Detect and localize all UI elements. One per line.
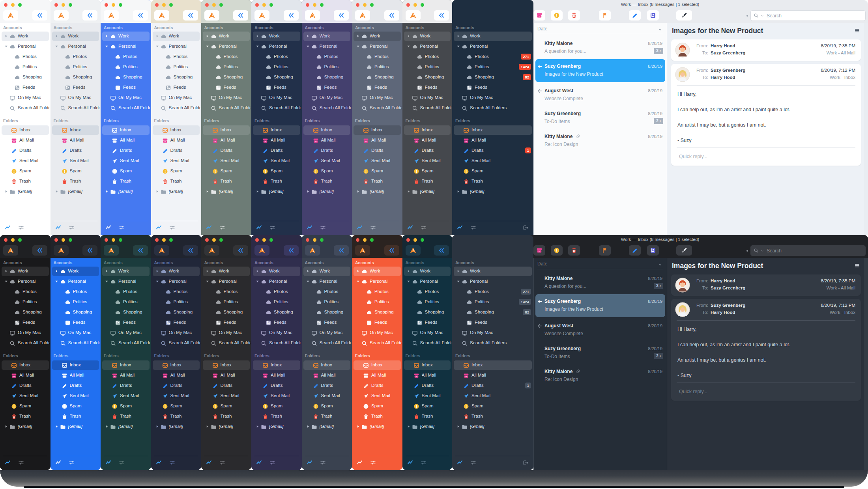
- account-item-shopping[interactable]: Shopping: [0, 308, 51, 317]
- folder-item-trash[interactable]: Trash: [302, 177, 352, 186]
- traffic-light-green[interactable]: [421, 238, 424, 242]
- folder-item-drafts[interactable]: Drafts: [151, 381, 201, 390]
- filter-icon[interactable]: [370, 460, 376, 466]
- filter-icon[interactable]: [69, 225, 75, 231]
- account-item-photos[interactable]: Photos: [201, 52, 252, 62]
- folder-item--gmail-[interactable]: [Gmail]: [51, 187, 101, 196]
- airmail-logo-button[interactable]: [154, 245, 169, 256]
- account-item-on-my-mac[interactable]: On My Mac: [302, 93, 352, 103]
- account-item-search-all-folders[interactable]: Search All Folders: [201, 103, 252, 113]
- folder-item-trash[interactable]: Trash: [201, 177, 252, 186]
- account-item-search-all-folders[interactable]: Search All Folders: [302, 338, 352, 348]
- folder-item-spam[interactable]: Spam: [402, 401, 453, 411]
- account-item-politics[interactable]: Politics: [201, 297, 252, 307]
- filter-icon[interactable]: [69, 460, 75, 466]
- account-item-on-my-mac[interactable]: On My Mac: [302, 328, 352, 338]
- folder-item-sent-mail[interactable]: Sent Mail: [151, 391, 201, 401]
- account-item-photos[interactable]: Photos: [352, 52, 402, 62]
- account-item-feeds[interactable]: Feeds: [201, 318, 252, 327]
- airmail-logo-button[interactable]: [154, 10, 169, 21]
- folder-item-sent-mail[interactable]: Sent Mail: [352, 156, 402, 166]
- account-item-search-all-folders[interactable]: Search All Folders: [352, 338, 402, 348]
- folder-item-spam[interactable]: Spam: [302, 401, 352, 411]
- account-item-politics[interactable]: Politics: [402, 297, 453, 307]
- flag-button[interactable]: [599, 10, 611, 21]
- account-item-work[interactable]: Work: [251, 32, 302, 41]
- account-item-photos[interactable]: Photos: [302, 287, 352, 297]
- account-item-photos[interactable]: Photos: [151, 52, 201, 62]
- traffic-light-red[interactable]: [4, 238, 7, 242]
- folder-item-sent-mail[interactable]: Sent Mail: [402, 156, 453, 166]
- traffic-light-yellow[interactable]: [212, 238, 216, 242]
- account-item-on-my-mac[interactable]: On My Mac: [0, 328, 51, 338]
- folder-item--gmail-[interactable]: [Gmail]: [51, 422, 101, 431]
- folder-item--gmail-[interactable]: [Gmail]: [402, 187, 453, 196]
- traffic-light-red[interactable]: [306, 238, 309, 242]
- account-item-search-all-folders[interactable]: Search All Folders: [452, 338, 533, 348]
- traffic-light-yellow[interactable]: [112, 3, 115, 7]
- collapse-panels-button[interactable]: [334, 245, 349, 256]
- account-item-work[interactable]: Work: [0, 32, 51, 41]
- account-item-search-all-folders[interactable]: Search All Folders: [452, 103, 533, 113]
- account-item-personal[interactable]: Personal: [251, 42, 302, 51]
- message-row[interactable]: August West8/20/19Website Complete: [533, 85, 667, 106]
- folder-item-trash[interactable]: Trash: [151, 177, 201, 186]
- account-item-search-all-folders[interactable]: Search All Folders: [251, 338, 302, 348]
- account-item-politics[interactable]: Politics: [0, 297, 51, 307]
- folder-item--gmail-[interactable]: [Gmail]: [201, 187, 252, 196]
- account-item-politics[interactable]: Politics: [201, 62, 252, 72]
- quick-reply-field[interactable]: Quick reply...: [679, 154, 707, 159]
- account-item-feeds[interactable]: Feeds: [0, 83, 51, 92]
- folder-item-inbox[interactable]: Inbox: [352, 125, 402, 135]
- traffic-light-green[interactable]: [169, 238, 173, 242]
- account-item-photos[interactable]: Photos: [352, 287, 402, 297]
- message-row[interactable]: Kitty Malone8/20/19Re: Icon Design: [533, 366, 667, 386]
- folder-item-sent-mail[interactable]: Sent Mail: [302, 391, 352, 401]
- activity-icon[interactable]: [55, 460, 61, 466]
- folder-item-drafts[interactable]: Drafts: [51, 381, 101, 390]
- folder-item-inbox[interactable]: Inbox: [201, 125, 252, 135]
- account-item-politics[interactable]: Politics: [302, 62, 352, 72]
- traffic-light-yellow[interactable]: [313, 238, 316, 242]
- filter-icon[interactable]: [219, 460, 225, 466]
- account-item-personal[interactable]: Personal: [201, 277, 252, 286]
- account-item-search-all-folders[interactable]: Search All Folders: [402, 103, 453, 113]
- account-item-search-all-folders[interactable]: Search All Folders: [51, 338, 101, 348]
- traffic-light-yellow[interactable]: [313, 3, 316, 7]
- collapse-panels-button[interactable]: [233, 10, 248, 21]
- account-item-personal[interactable]: Personal: [302, 42, 352, 51]
- folder-item-trash[interactable]: Trash: [201, 412, 252, 421]
- folder-item-all-mail[interactable]: All Mail: [51, 371, 101, 380]
- delete-button[interactable]: [568, 245, 580, 256]
- account-item-search-all-folders[interactable]: Search All Folders: [352, 103, 402, 113]
- airmail-logo-button[interactable]: [54, 245, 69, 256]
- airmail-logo-button[interactable]: [355, 245, 370, 256]
- folder-item-trash[interactable]: Trash: [101, 412, 151, 421]
- account-item-politics[interactable]: Politics: [51, 62, 101, 72]
- account-item-photos[interactable]: Photos: [51, 287, 101, 297]
- traffic-light-yellow[interactable]: [413, 238, 417, 242]
- logout-icon[interactable]: [523, 225, 529, 231]
- folder-item-drafts[interactable]: Drafts: [251, 146, 302, 155]
- account-item-feeds[interactable]: Feeds: [0, 318, 51, 327]
- activity-icon[interactable]: [105, 225, 111, 231]
- account-item-shopping[interactable]: Shopping: [0, 73, 51, 82]
- account-item-work[interactable]: Work: [51, 267, 101, 276]
- filter-icon[interactable]: [169, 225, 175, 231]
- account-item-personal[interactable]: Personal: [151, 277, 201, 286]
- folder-item-spam[interactable]: Spam: [101, 401, 151, 411]
- folder-item-spam[interactable]: Spam: [151, 401, 201, 411]
- folder-item-all-mail[interactable]: All Mail: [402, 136, 453, 145]
- airmail-logo-button[interactable]: [3, 245, 18, 256]
- activity-icon[interactable]: [156, 225, 162, 231]
- collapse-panels-button[interactable]: [82, 245, 97, 256]
- folder-item-all-mail[interactable]: All Mail: [0, 371, 51, 380]
- traffic-light-green[interactable]: [269, 3, 273, 7]
- folder-item-inbox[interactable]: Inbox: [101, 125, 151, 135]
- sort-header[interactable]: Date: [537, 26, 663, 34]
- account-item-work[interactable]: Work: [101, 32, 151, 41]
- account-item-work[interactable]: Work: [51, 32, 101, 41]
- traffic-light-green[interactable]: [370, 3, 374, 7]
- folder-item-spam[interactable]: Spam: [151, 166, 201, 176]
- traffic-light-yellow[interactable]: [11, 238, 15, 242]
